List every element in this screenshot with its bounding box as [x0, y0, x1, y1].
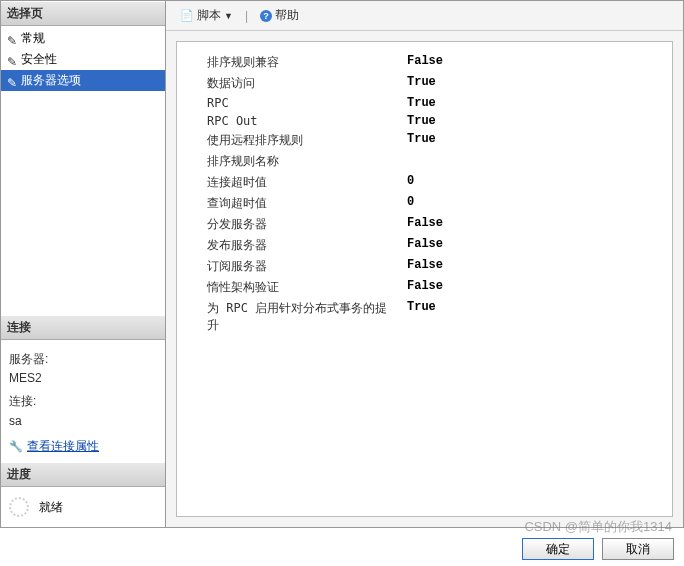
left-panel: 选择页 ✎常规✎安全性✎服务器选项 连接 服务器: MES2 连接: sa 🔧 … — [1, 1, 166, 527]
property-name: 分发服务器 — [177, 216, 397, 233]
cancel-button[interactable]: 取消 — [602, 538, 674, 560]
property-value: False — [397, 258, 672, 275]
chevron-down-icon: ▼ — [224, 11, 233, 21]
help-button[interactable]: ? 帮助 — [254, 5, 305, 26]
property-name: 数据访问 — [177, 75, 397, 92]
spacer — [1, 93, 165, 315]
property-name: RPC — [177, 96, 397, 110]
property-name: 连接超时值 — [177, 174, 397, 191]
right-panel: 📄 脚本 ▼ | ? 帮助 排序规则兼容False数据访问TrueRPCTrue… — [166, 1, 683, 527]
toolbar: 📄 脚本 ▼ | ? 帮助 — [166, 1, 683, 31]
property-row[interactable]: 为 RPC 启用针对分布式事务的提升True — [177, 298, 672, 336]
conn-value: sa — [9, 412, 157, 431]
property-value: False — [397, 237, 672, 254]
property-row[interactable]: 订阅服务器False — [177, 256, 672, 277]
conn-label: 连接: — [9, 392, 157, 411]
property-name: 查询超时值 — [177, 195, 397, 212]
bottom-bar: 确定 取消 — [522, 538, 674, 560]
property-name: 为 RPC 启用针对分布式事务的提升 — [177, 300, 397, 334]
nav-item-label: 安全性 — [21, 51, 57, 68]
property-row[interactable]: 排序规则兼容False — [177, 52, 672, 73]
property-row[interactable]: RPC OutTrue — [177, 112, 672, 130]
property-value: True — [397, 132, 672, 149]
property-row[interactable]: 惰性架构验证False — [177, 277, 672, 298]
script-button[interactable]: 📄 脚本 ▼ — [174, 5, 239, 26]
property-row[interactable]: 分发服务器False — [177, 214, 672, 235]
property-value: True — [397, 75, 672, 92]
server-value: MES2 — [9, 369, 157, 388]
property-name: 排序规则名称 — [177, 153, 397, 170]
view-props-link[interactable]: 查看连接属性 — [27, 437, 99, 456]
wrench-icon: 🔧 — [9, 438, 23, 456]
select-page-header: 选择页 — [1, 1, 165, 26]
property-value — [397, 153, 672, 170]
nav-item-label: 常规 — [21, 30, 45, 47]
connection-body: 服务器: MES2 连接: sa 🔧 查看连接属性 — [1, 340, 165, 462]
property-name: 排序规则兼容 — [177, 54, 397, 71]
progress-status: 就绪 — [39, 499, 63, 516]
view-connection-properties[interactable]: 🔧 查看连接属性 — [9, 437, 157, 456]
property-value: False — [397, 216, 672, 233]
server-label: 服务器: — [9, 350, 157, 369]
property-value: True — [397, 114, 672, 128]
property-value: False — [397, 54, 672, 71]
property-value: 0 — [397, 195, 672, 212]
property-name: RPC Out — [177, 114, 397, 128]
property-row[interactable]: RPCTrue — [177, 94, 672, 112]
page-icon: ✎ — [7, 34, 17, 44]
ok-button[interactable]: 确定 — [522, 538, 594, 560]
nav-item-label: 服务器选项 — [21, 72, 81, 89]
nav-item-1[interactable]: ✎安全性 — [1, 49, 165, 70]
script-icon: 📄 — [180, 9, 194, 22]
property-row[interactable]: 发布服务器False — [177, 235, 672, 256]
property-value: 0 — [397, 174, 672, 191]
toolbar-separator: | — [245, 9, 248, 23]
property-name: 使用远程排序规则 — [177, 132, 397, 149]
progress-body: 就绪 — [1, 487, 165, 527]
property-row[interactable]: 查询超时值0 — [177, 193, 672, 214]
property-row[interactable]: 数据访问True — [177, 73, 672, 94]
property-name: 发布服务器 — [177, 237, 397, 254]
nav-item-2[interactable]: ✎服务器选项 — [1, 70, 165, 91]
progress-header: 进度 — [1, 462, 165, 487]
properties-grid: 排序规则兼容False数据访问TrueRPCTrueRPC OutTrue使用远… — [176, 41, 673, 517]
spinner-icon — [9, 497, 29, 517]
property-name: 订阅服务器 — [177, 258, 397, 275]
help-label: 帮助 — [275, 7, 299, 24]
property-value: True — [397, 96, 672, 110]
nav-item-0[interactable]: ✎常规 — [1, 28, 165, 49]
property-row[interactable]: 连接超时值0 — [177, 172, 672, 193]
property-name: 惰性架构验证 — [177, 279, 397, 296]
property-value: False — [397, 279, 672, 296]
property-row[interactable]: 排序规则名称 — [177, 151, 672, 172]
connection-header: 连接 — [1, 315, 165, 340]
page-icon: ✎ — [7, 55, 17, 65]
help-icon: ? — [260, 10, 272, 22]
property-row[interactable]: 使用远程排序规则True — [177, 130, 672, 151]
nav-list: ✎常规✎安全性✎服务器选项 — [1, 26, 165, 93]
page-icon: ✎ — [7, 76, 17, 86]
script-label: 脚本 — [197, 7, 221, 24]
property-value: True — [397, 300, 672, 334]
